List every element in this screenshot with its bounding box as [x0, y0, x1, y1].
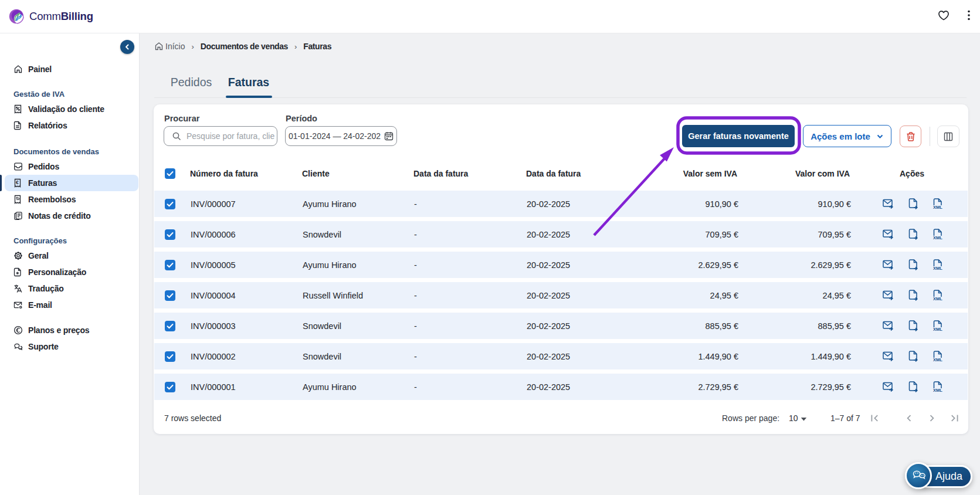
svg-text:XML: XML — [933, 388, 942, 393]
svg-text:€: € — [16, 179, 19, 185]
svg-text:XML: XML — [933, 296, 942, 301]
svg-text:XML: XML — [933, 205, 942, 210]
svg-text:XML: XML — [933, 266, 942, 271]
svg-text:XML: XML — [933, 357, 942, 362]
svg-text:XML: XML — [933, 235, 942, 240]
svg-text:XML: XML — [933, 327, 942, 332]
